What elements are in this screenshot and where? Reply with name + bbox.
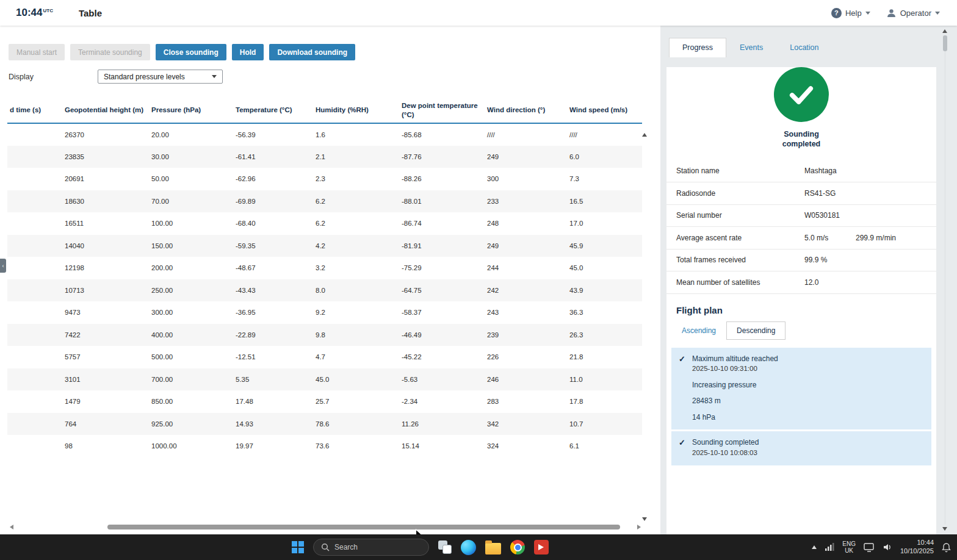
table-cell [7, 435, 62, 458]
volume-icon[interactable] [883, 543, 892, 551]
event-title: 14 hPa [692, 413, 715, 423]
display-select[interactable]: Standard pressure levels [98, 70, 223, 84]
table-cell: //// [567, 123, 642, 146]
table-cell: 2.1 [313, 146, 399, 168]
table-scroll-up-icon[interactable] [642, 128, 647, 139]
horizontal-scrollbar-track[interactable] [17, 524, 634, 530]
table-cell: 3.2 [313, 257, 399, 279]
tab-location[interactable]: Location [776, 38, 832, 57]
table-cell: -56.39 [233, 123, 313, 146]
table-row[interactable]: 3101700.005.3545.0-5.6324611.0 [7, 368, 642, 391]
table-cell: 14040 [62, 235, 149, 257]
language-indicator[interactable]: ENG UK [842, 540, 856, 555]
table-cell: 244 [485, 257, 567, 279]
event-text: 28483 m [692, 397, 721, 406]
table-cell: 250.00 [149, 279, 233, 302]
tray-expand-icon[interactable] [812, 545, 817, 549]
table-cell: 8.0 [313, 279, 399, 302]
table-row[interactable]: 1479850.0017.4825.7-2.3428317.8 [7, 390, 642, 413]
scroll-right-icon[interactable] [637, 525, 641, 529]
table-row[interactable]: 12198200.00-48.673.2-75.2924445.0 [7, 257, 642, 279]
manual-start-button[interactable]: Manual start [9, 44, 65, 60]
network-icon[interactable] [825, 543, 834, 551]
info-label: Mean number of satellites [676, 278, 804, 287]
table-cell: 78.6 [313, 413, 399, 436]
taskbar-search[interactable]: Search [313, 539, 429, 556]
check-icon: ✓ [679, 354, 692, 374]
terminate-sounding-button[interactable]: Terminate sounding [70, 44, 150, 60]
display-icon[interactable] [864, 543, 875, 552]
tab-progress[interactable]: Progress [669, 38, 726, 57]
panel-tab-strip: ProgressEventsLocation [666, 26, 936, 57]
flight-plan-title: Flight plan [676, 305, 936, 315]
table-row[interactable]: 2069150.00-62.962.3-88.263007.3 [7, 168, 642, 190]
table-header-row: d time (s)Geopotential height (m)Pressur… [7, 98, 642, 123]
display-label: Display [9, 73, 98, 81]
help-menu[interactable]: ? Help [831, 8, 870, 18]
table-scroll-down-icon[interactable] [642, 512, 647, 523]
scroll-up-icon[interactable] [942, 29, 947, 33]
info-value: 12.0 [804, 278, 856, 287]
table-row[interactable]: 5757500.00-12.514.7-45.2222621.8 [7, 346, 642, 368]
table-row[interactable]: 16511100.00-68.406.2-86.7424817.0 [7, 212, 642, 235]
table-cell: 26370 [62, 123, 149, 146]
hold-button[interactable]: Hold [232, 44, 264, 60]
flight-plan-tab-ascending[interactable]: Ascending [671, 321, 726, 340]
table-cell: -62.96 [233, 168, 313, 190]
tab-events[interactable]: Events [726, 38, 776, 57]
collapse-panel-button[interactable]: ‹ [0, 259, 6, 273]
notification-bell-icon[interactable] [942, 542, 951, 553]
table-cell: 283 [485, 390, 567, 413]
chevron-down-icon [935, 12, 940, 15]
table-view: Manual startTerminate soundingClose soun… [0, 26, 660, 534]
window-vertical-scrollbar[interactable] [940, 27, 950, 533]
close-sounding-button[interactable]: Close sounding [156, 44, 226, 60]
table-horizontal-scrollbar[interactable] [10, 523, 641, 531]
table-cell [7, 368, 62, 391]
table-cell: 9.8 [313, 324, 399, 346]
table-row[interactable]: 10713250.00-43.438.0-64.7524243.9 [7, 279, 642, 302]
taskbar-clock[interactable]: 10:44 10/10/2025 [900, 539, 934, 556]
task-view-icon[interactable] [438, 540, 452, 554]
info-row-serial-number: Serial numberW0530181 [666, 205, 936, 228]
table-cell: 15.14 [399, 435, 485, 458]
scroll-left-icon[interactable] [10, 525, 13, 529]
sounding-app-icon[interactable] [534, 540, 549, 555]
file-explorer-icon[interactable] [485, 543, 501, 555]
table-cell [7, 301, 62, 324]
table-row[interactable]: 2637020.00-56.391.6-85.68//////// [7, 123, 642, 146]
table-row[interactable]: 9473300.00-36.959.2-58.3724336.3 [7, 301, 642, 324]
table-row[interactable]: 7422400.00-22.899.8-46.4923926.3 [7, 324, 642, 346]
table-row[interactable]: 2383530.00-61.412.1-87.762496.0 [7, 146, 642, 168]
table-cell: -12.51 [233, 346, 313, 368]
table-row[interactable]: 764925.0014.9378.611.2634210.7 [7, 413, 642, 436]
event-time: 2025-10-10 09:31:00 [692, 364, 778, 374]
table-cell: 300 [485, 168, 567, 190]
chrome-browser-icon[interactable] [510, 540, 525, 555]
column-header-wind-direction: Wind direction (°) [485, 98, 567, 123]
table-cell: -43.43 [233, 279, 313, 302]
table-cell: 17.48 [233, 390, 313, 413]
download-sounding-button[interactable]: Download sounding [269, 44, 355, 60]
sounding-status-text: Sounding completed [768, 129, 835, 149]
scroll-down-icon[interactable] [942, 527, 947, 531]
flight-plan-tab-descending[interactable]: Descending [726, 321, 785, 340]
edge-browser-icon[interactable] [461, 540, 476, 555]
table-cell: 10713 [62, 279, 149, 302]
header-menus: ? Help Operator [831, 8, 940, 18]
vertical-scrollbar-thumb[interactable] [943, 35, 947, 51]
table-cell: 17.0 [567, 212, 642, 235]
flight-event: 14 hPa [671, 410, 931, 426]
table-row[interactable]: 981000.0019.9773.615.143246.1 [7, 435, 642, 458]
vertical-scrollbar-track[interactable] [944, 35, 946, 525]
operator-menu[interactable]: Operator [886, 8, 940, 18]
table-row[interactable]: 1863070.00-69.896.2-88.0123316.5 [7, 190, 642, 213]
info-label: Radiosonde [676, 189, 804, 198]
table-cell: 1479 [62, 390, 149, 413]
table-row[interactable]: 14040150.00-59.354.2-81.9124945.9 [7, 235, 642, 257]
info-row-total-frames-received: Total frames received99.9 % [666, 249, 936, 272]
windows-start-button[interactable] [292, 541, 304, 553]
table-cell: 200.00 [149, 257, 233, 279]
horizontal-scrollbar-thumb[interactable] [107, 525, 620, 529]
display-row: Display Standard pressure levels [9, 70, 223, 84]
